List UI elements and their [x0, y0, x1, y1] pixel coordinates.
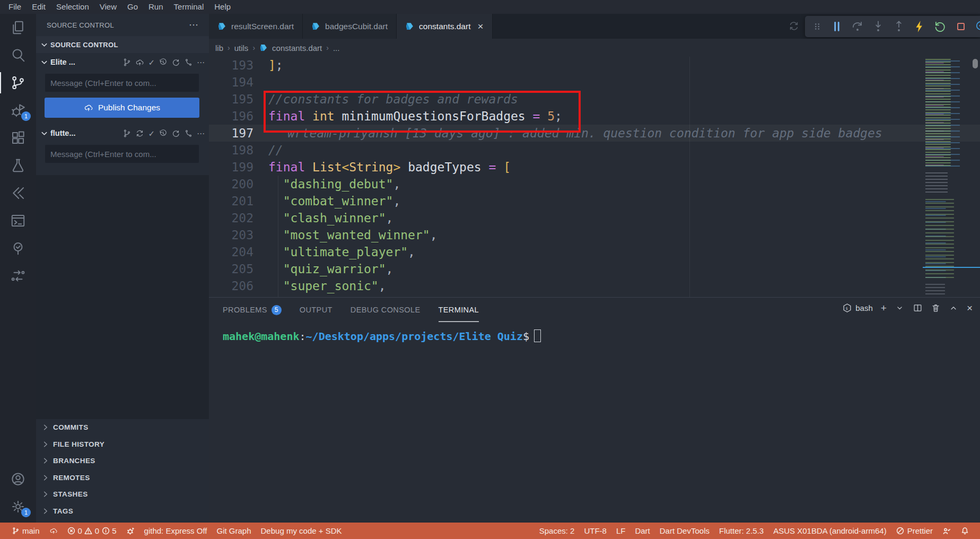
code-line-202[interactable]: 202 "clash_winner", [209, 210, 980, 227]
maximize-panel-icon[interactable] [949, 303, 959, 313]
account-icon[interactable] [0, 465, 36, 493]
code-line-199[interactable]: 199final List<String> badgeTypes = [ [209, 159, 980, 176]
debug-status-button[interactable] [121, 523, 139, 539]
code-line-194[interactable]: 194 [209, 74, 980, 91]
refresh-icon[interactable] [171, 58, 180, 67]
tab-resultscreen[interactable]: resultScreen.dart [209, 14, 303, 39]
sidebar-section-stashes[interactable]: STASHES [36, 486, 209, 503]
scrollbar-slider[interactable] [973, 59, 978, 68]
line-number[interactable]: 199 [209, 159, 268, 176]
more-actions-icon[interactable]: ⋯ [186, 19, 202, 31]
branch-icon[interactable] [122, 129, 132, 138]
line-number[interactable]: 203 [209, 227, 268, 244]
sidebar-section-remotes[interactable]: REMOTES [36, 470, 209, 486]
close-panel-icon[interactable]: × [967, 303, 973, 313]
terminal-output[interactable]: mahek@mahenk:~/Desktop/apps/projects/Eli… [209, 322, 980, 343]
launch-config-status[interactable]: Debug my code + SDK [256, 523, 347, 539]
toolbar-gripper[interactable] [811, 20, 823, 33]
line-number[interactable]: 195 [209, 91, 268, 108]
notifications-button[interactable] [956, 523, 974, 539]
line-number[interactable]: 198 [209, 142, 268, 159]
code-line-206[interactable]: 206 "super_sonic", [209, 277, 980, 294]
code-line-200[interactable]: 200 "dashing_debut", [209, 176, 980, 193]
terminal-panel-icon[interactable] [0, 207, 36, 234]
githd-status[interactable]: githd: Express Off [139, 523, 212, 539]
sidebar-section-branches[interactable]: BRANCHES [36, 453, 209, 470]
check-icon[interactable]: ✓ [148, 58, 155, 67]
shell-selector[interactable]: $ bash [842, 303, 873, 313]
menu-item-help[interactable]: Help [209, 0, 236, 14]
menu-item-edit[interactable]: Edit [27, 0, 51, 14]
repo-row-flutter[interactable]: flutte... ✓ ⋯ [36, 124, 209, 142]
panel-tab-terminal[interactable]: TERMINAL [439, 298, 479, 322]
testing-beaker-icon[interactable] [0, 152, 36, 179]
commit-message-input-flutter[interactable] [45, 144, 199, 163]
language-status[interactable]: Dart [630, 523, 654, 539]
extensions-icon[interactable] [0, 124, 36, 152]
git-history-tree-icon[interactable] [0, 234, 36, 262]
explorer-icon[interactable] [0, 14, 36, 41]
more-actions-icon[interactable]: ⋯ [197, 129, 205, 138]
check-icon[interactable]: ✓ [148, 129, 155, 138]
scm-view-header[interactable]: SOURCE CONTROL [36, 36, 209, 53]
step-into-icon[interactable] [871, 20, 885, 33]
device-status[interactable]: ASUS X01BDA (android-arm64) [768, 523, 891, 539]
menu-item-view[interactable]: View [94, 0, 122, 14]
sidebar-section-file-history[interactable]: FILE HISTORY [36, 436, 209, 453]
new-terminal-icon[interactable]: + [881, 303, 887, 313]
close-tab-icon[interactable]: × [477, 21, 483, 32]
search-icon[interactable] [0, 41, 36, 69]
menu-item-run[interactable]: Run [143, 0, 169, 14]
commit-graph-icon[interactable] [184, 129, 193, 138]
sync-icon[interactable] [135, 129, 144, 138]
branch-indicator[interactable]: main [6, 523, 45, 539]
menu-item-go[interactable]: Go [122, 0, 143, 14]
cloud-upload-icon[interactable] [135, 58, 144, 67]
split-terminal-icon[interactable] [913, 303, 923, 313]
hot-reload-icon[interactable] [913, 20, 926, 33]
step-out-icon[interactable] [892, 20, 906, 33]
line-number[interactable]: 194 [209, 74, 268, 91]
sidebar-section-commits[interactable]: COMMITS [36, 419, 209, 436]
history-icon[interactable] [159, 129, 168, 138]
problems-indicator[interactable]: 0 0 5 [63, 523, 121, 539]
settings-gear-icon[interactable]: 1 [0, 493, 36, 520]
tab-constants[interactable]: constants.dart × [397, 14, 492, 39]
commit-graph-icon[interactable] [184, 58, 193, 67]
line-number[interactable]: 201 [209, 193, 268, 210]
panel-tab-problems[interactable]: PROBLEMS5 [223, 298, 282, 322]
refresh-icon[interactable] [171, 129, 180, 138]
branch-icon[interactable] [122, 58, 132, 67]
repo-row-elite[interactable]: Elite ... ✓ ⋯ [36, 53, 209, 71]
eol-status[interactable]: LF [611, 523, 631, 539]
restart-icon[interactable] [933, 20, 947, 33]
line-number[interactable]: 205 [209, 260, 268, 277]
line-number[interactable]: 200 [209, 176, 268, 193]
sidebar-section-tags[interactable]: TAGS [36, 503, 209, 520]
line-number[interactable]: 202 [209, 210, 268, 227]
open-devtools-icon[interactable] [975, 20, 980, 33]
git-graph-status[interactable]: Git Graph [212, 523, 256, 539]
breadcrumb[interactable]: lib › utils › constants.dart › ... [209, 39, 980, 57]
code-line-193[interactable]: 193]; [209, 57, 980, 74]
line-number[interactable]: 193 [209, 57, 268, 74]
run-debug-icon[interactable]: 1 [0, 97, 36, 124]
step-over-icon[interactable] [851, 20, 864, 33]
publish-changes-button[interactable]: Publish Changes [45, 98, 199, 118]
sync-ghost-icon[interactable] [788, 20, 800, 32]
feedback-button[interactable] [938, 523, 956, 539]
prettier-status[interactable]: Prettier [891, 523, 938, 539]
panel-tab-debug-console[interactable]: DEBUG CONSOLE [351, 298, 421, 322]
stop-icon[interactable] [954, 20, 968, 33]
line-number[interactable]: 204 [209, 244, 268, 260]
line-number[interactable]: 206 [209, 277, 268, 294]
kill-terminal-icon[interactable] [931, 303, 941, 313]
more-actions-icon[interactable]: ⋯ [197, 58, 205, 67]
commit-message-input-elite[interactable] [45, 73, 199, 92]
dart-devtools-status[interactable]: Dart DevTools [655, 523, 714, 539]
chevron-down-icon[interactable] [895, 303, 905, 313]
code-line-205[interactable]: 205 "quiz_warrior", [209, 260, 980, 277]
menu-item-selection[interactable]: Selection [51, 0, 94, 14]
diff-swap-icon[interactable] [0, 262, 36, 290]
pause-icon[interactable] [830, 20, 844, 33]
